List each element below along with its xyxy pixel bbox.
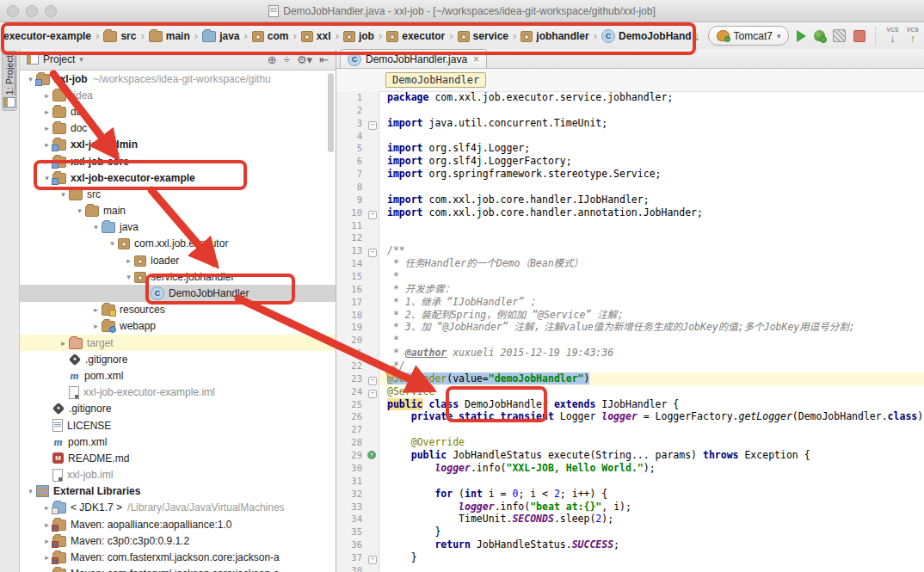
debug-button[interactable] xyxy=(814,30,825,41)
tree-expand-arrow-icon[interactable]: ▾ xyxy=(58,190,69,199)
run-configuration-select[interactable]: Tomcat7 ▾ xyxy=(708,26,790,46)
overriding-method-icon[interactable]: ↑ xyxy=(367,451,376,459)
tree-item-maven-aopalliance-aopalliance-1-0[interactable]: ▸Maven: aopalliance:aopalliance:1.0 xyxy=(20,516,336,532)
code-line-27[interactable]: 27 xyxy=(336,423,924,436)
code-line-36[interactable]: 36 return JobHandleStatus.SUCCESS; xyxy=(336,538,924,551)
code-line-18[interactable]: 18 * 2、装配到Spring，例如加 “@Service” 注解； xyxy=(336,309,924,322)
code-line-31[interactable]: 31 xyxy=(336,475,924,488)
tree-item--gitignore[interactable]: .gitignore xyxy=(20,401,336,417)
code-line-28[interactable]: 28 @Override xyxy=(336,436,924,449)
code-line-33[interactable]: 33 logger.info("beat at:{}", i); xyxy=(336,501,924,514)
tree-item--gitignore[interactable]: .gitignore xyxy=(20,351,336,367)
breadcrumb-item-xxl[interactable]: xxl xyxy=(299,29,333,43)
tree-item-webapp[interactable]: ▸webapp xyxy=(20,318,336,335)
code-line-1[interactable]: 1package com.xxl.job.executor.service.jo… xyxy=(336,91,924,104)
collapse-all-icon[interactable]: ÷ xyxy=(284,54,290,65)
scroll-down-icon[interactable]: ↓ xyxy=(694,30,700,42)
tree-expand-arrow-icon[interactable]: ▾ xyxy=(90,223,102,231)
code-line-16[interactable]: 16 * 开发步骤： xyxy=(336,283,924,296)
tree-expand-arrow-icon[interactable]: ▾ xyxy=(123,273,134,281)
tree-item-xxl-job[interactable]: ▾xxl-job~/workspaces/idea-git-workspace/… xyxy=(20,71,336,87)
fold-region-icon[interactable]: − xyxy=(368,556,377,564)
breadcrumb-item-com[interactable]: com xyxy=(250,29,291,43)
code-line-37[interactable]: 37− } xyxy=(336,551,924,564)
tree-expand-arrow-icon[interactable]: ▸ xyxy=(90,305,102,314)
stop-button[interactable] xyxy=(853,30,865,42)
code-line-10[interactable]: 10−import com.xxl.job.core.handler.annot… xyxy=(336,206,924,219)
tree-item-demojobhandler[interactable]: DemoJobHandler xyxy=(20,285,336,301)
tree-item-doc[interactable]: ▸doc xyxy=(20,120,336,137)
code-editor[interactable]: 1package com.xxl.job.executor.service.jo… xyxy=(336,91,924,572)
code-line-2[interactable]: 2 xyxy=(336,104,924,117)
code-line-3[interactable]: 3−import java.util.concurrent.TimeUnit; xyxy=(336,117,924,130)
code-line-7[interactable]: 7import org.springframework.stereotype.S… xyxy=(336,168,924,181)
tree-item-maven-c3p0-c3p0-0-9-1-2[interactable]: ▸Maven: c3p0:c3p0:0.9.1.2 xyxy=(20,532,336,549)
tree-item-xxl-job-core[interactable]: ▸xxl-job-core xyxy=(20,153,336,169)
breadcrumb-item-job[interactable]: job xyxy=(342,29,376,43)
hide-panel-icon[interactable]: ⇤ xyxy=(319,54,329,65)
tree-item-readme-md[interactable]: README.md xyxy=(20,450,336,466)
code-line-24[interactable]: 24−@Service xyxy=(336,385,924,398)
code-line-34[interactable]: 34 TimeUnit.SECONDS.sleep(2); xyxy=(336,513,924,526)
tree-item-java[interactable]: ▾java xyxy=(20,219,336,236)
tree-item-src[interactable]: ▾src xyxy=(20,186,336,202)
fold-region-icon[interactable]: − xyxy=(368,249,377,257)
tree-item--jdk1-7-[interactable]: ▸< JDK1.7 >/Library/Java/JavaVirtualMach… xyxy=(20,500,336,516)
code-line-13[interactable]: 13−/** xyxy=(336,244,924,257)
tree-item-pom-xml[interactable]: pom.xml xyxy=(20,434,336,450)
view-selector-caret-icon[interactable]: ▾ xyxy=(79,55,83,64)
tree-item-db[interactable]: ▸db xyxy=(20,103,336,120)
tree-item-resources[interactable]: ▸resources xyxy=(20,302,336,318)
close-tab-icon[interactable]: × xyxy=(473,53,479,65)
coverage-button[interactable] xyxy=(833,29,846,42)
fold-region-icon[interactable]: − xyxy=(368,377,377,385)
code-line-38[interactable]: 38 xyxy=(336,564,924,572)
code-line-17[interactable]: 17 * 1、继承 “IJobHandler” ； xyxy=(336,296,924,309)
tree-item-target[interactable]: ▸target xyxy=(20,335,336,351)
tree-item-xxl-job-iml[interactable]: xxl-job.iml xyxy=(20,467,336,483)
tree-expand-arrow-icon[interactable]: ▸ xyxy=(90,322,102,330)
tree-item-main[interactable]: ▾main xyxy=(20,203,336,219)
tree-item--idea[interactable]: ▸.idea xyxy=(20,87,336,103)
tree-item-pom-xml[interactable]: pom.xml xyxy=(20,367,336,384)
tree-scrollbar-thumb[interactable] xyxy=(328,73,334,152)
breadcrumb-item-service[interactable]: service xyxy=(456,29,510,43)
tree-item-xxl-job-admin[interactable]: ▸xxl-job-admin xyxy=(20,137,336,153)
code-line-6[interactable]: 6import org.slf4j.LoggerFactory; xyxy=(336,155,924,168)
fold-region-icon[interactable]: − xyxy=(368,390,377,398)
code-line-23[interactable]: 23−@JobHander(value="demoJobHandler") xyxy=(336,372,924,385)
fold-region-icon[interactable]: − xyxy=(368,211,377,219)
breadcrumb-item-executor-example[interactable]: executor-example xyxy=(2,29,93,43)
tree-item-external-libraries[interactable]: ▾External Libraries xyxy=(20,483,336,500)
tree-expand-arrow-icon[interactable]: ▸ xyxy=(41,124,52,132)
tree-item-xxl-job-executor-example-iml[interactable]: xxl-job-executor-example.iml xyxy=(20,384,336,401)
breadcrumb-item-demojobhandler[interactable]: DemoJobHandler xyxy=(600,28,692,44)
vcs-commit-button[interactable]: VCS ↑ xyxy=(907,28,919,45)
tree-item-xxl-job-executor-example[interactable]: ▾xxl-job-executor-example xyxy=(20,169,336,186)
tree-item-service-jobhandler[interactable]: ▾service.jobhandler xyxy=(20,268,336,285)
tree-expand-arrow-icon[interactable]: ▸ xyxy=(41,91,52,100)
breadcrumb-item-main[interactable]: main xyxy=(147,29,192,43)
code-line-35[interactable]: 35 } xyxy=(336,526,924,538)
tree-expand-arrow-icon[interactable]: ▸ xyxy=(123,256,134,265)
tree-item-maven-com-fasterxml-jackson-core-jackson-a[interactable]: ▸Maven: com.fasterxml.jackson.core:jacks… xyxy=(20,549,336,565)
context-breadcrumb-chip[interactable]: DemoJobHandler xyxy=(385,72,486,88)
intention-bulb-icon[interactable] xyxy=(386,366,397,378)
code-line-25[interactable]: 25public class DemoJobHandler extends IJ… xyxy=(336,398,924,411)
code-line-29[interactable]: 29↑ public JobHandleStatus execute(Strin… xyxy=(336,449,924,462)
vcs-update-button[interactable]: VCS ↓ xyxy=(886,28,898,45)
code-line-30[interactable]: 30 logger.info("XXL-JOB, Hello World."); xyxy=(336,462,924,475)
tree-expand-arrow-icon[interactable]: ▸ xyxy=(41,108,52,116)
breadcrumb-item-executor[interactable]: executor xyxy=(385,29,447,43)
tree-expand-arrow-icon[interactable]: ▾ xyxy=(25,487,36,495)
fold-region-icon[interactable]: − xyxy=(368,121,377,130)
tree-expand-arrow-icon[interactable]: ▾ xyxy=(74,206,85,215)
tree-item-maven-com-fasterxml-jackson-core-jackson-c[interactable]: ▸Maven: com.fasterxml.jackson.core:jacks… xyxy=(20,566,336,572)
code-line-14[interactable]: 14 * 任务Handler的一个Demo（Bean模式） xyxy=(336,257,924,270)
breadcrumb-item-java[interactable]: java xyxy=(200,29,241,43)
breadcrumb-item-jobhandler[interactable]: jobhandler xyxy=(519,29,590,43)
editor-tab-demojobhandler[interactable]: DemoJobHandler.java × xyxy=(340,49,487,68)
locate-icon[interactable]: ⊕ xyxy=(268,54,277,65)
run-button[interactable] xyxy=(797,30,806,42)
code-line-5[interactable]: 5import org.slf4j.Logger; xyxy=(336,142,924,155)
